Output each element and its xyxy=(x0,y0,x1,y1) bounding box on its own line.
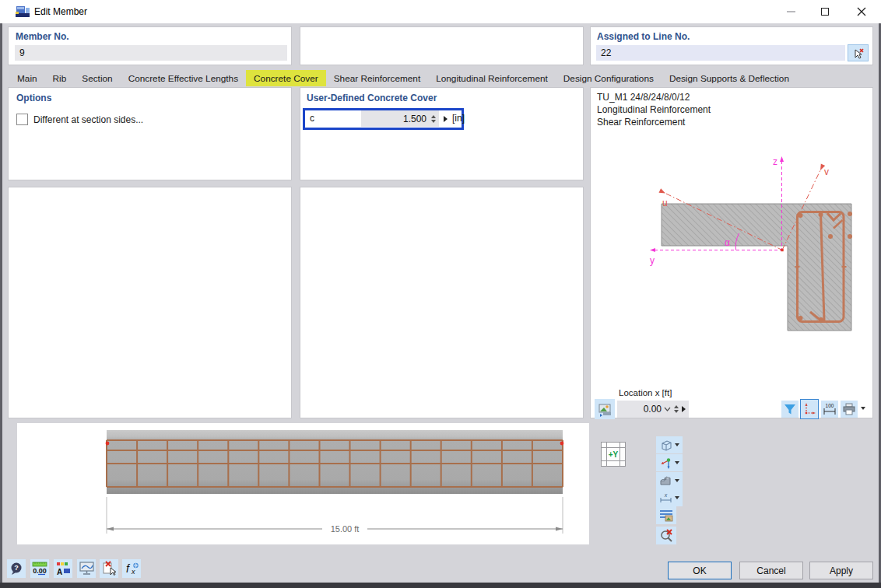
top-empty-panel xyxy=(300,26,584,65)
cube-icon xyxy=(659,439,672,452)
xyz-axes-icon xyxy=(659,457,672,470)
cover-symbol: c xyxy=(310,113,314,124)
display-mode-button[interactable] xyxy=(656,472,683,489)
location-x-field[interactable]: 0.00 xyxy=(617,401,689,418)
member-end-node xyxy=(560,442,564,446)
window-border-left xyxy=(0,23,2,583)
cover-spinner[interactable] xyxy=(431,115,439,123)
svg-text:x: x xyxy=(664,492,668,498)
units-settings-button[interactable]: 0.00 xyxy=(30,559,49,578)
beam-elevation-drawing: 15.00 ft xyxy=(17,423,589,544)
view-cube[interactable]: +Y xyxy=(601,442,626,467)
help-button[interactable]: ? xyxy=(7,559,26,578)
select-pointer-icon xyxy=(851,46,865,60)
window-title: Edit Member xyxy=(34,6,87,17)
cancel-zoom-button[interactable] xyxy=(656,527,676,544)
tab-main[interactable]: Main xyxy=(9,70,45,86)
tab-concrete-effective-lengths[interactable]: Concrete Effective Lengths xyxy=(121,70,246,86)
graphic-printout-button[interactable] xyxy=(595,399,615,419)
cancel-button[interactable]: Cancel xyxy=(739,562,803,579)
section-preview-panel: TU_M1 24/8/24/8/0/12 Longitudinal Reinfo… xyxy=(590,87,873,418)
display-settings-button[interactable]: A xyxy=(54,559,72,578)
location-x-spinner[interactable] xyxy=(674,405,682,413)
view-dropdown-caret xyxy=(675,479,679,482)
print-button[interactable] xyxy=(841,401,858,418)
printer-icon xyxy=(842,402,856,416)
spin-up-icon xyxy=(431,115,436,118)
svg-text:100: 100 xyxy=(826,403,834,408)
axis-y-label: y xyxy=(650,255,655,266)
dimension-100-icon: 100 xyxy=(823,402,837,416)
zoom-cancel-icon xyxy=(659,528,674,543)
tab-rib[interactable]: Rib xyxy=(45,70,75,86)
screen-settings-button[interactable] xyxy=(77,559,96,578)
cover-value: 1.500 xyxy=(361,114,431,124)
window-border-bottom xyxy=(0,583,881,588)
member-no-input[interactable]: 9 xyxy=(15,45,287,61)
alpha-angle-label: α xyxy=(725,237,730,248)
assigned-line-input[interactable]: 22 xyxy=(596,45,845,61)
location-detail-arrow xyxy=(682,406,686,412)
formula-button[interactable]: f x xyxy=(122,559,141,578)
middle-empty-panel xyxy=(300,187,584,418)
concrete-cover-panel: User-Defined Concrete Cover c 1.500 [in] xyxy=(300,87,584,180)
apply-button[interactable]: Apply xyxy=(809,562,873,579)
tab-concrete-cover[interactable]: Concrete Cover xyxy=(246,70,326,86)
tab-design-supports-deflection[interactable]: Design Supports & Deflection xyxy=(662,70,797,86)
tab-longitudinal-reinforcement[interactable]: Longitudinal Reinforcement xyxy=(428,70,556,86)
monitor-icon xyxy=(79,561,95,576)
different-sides-checkbox[interactable] xyxy=(16,114,28,125)
solid-model-icon xyxy=(659,474,672,488)
minimize-button[interactable] xyxy=(777,0,805,23)
svg-text:f: f xyxy=(126,562,131,575)
member-no-panel: Member No. 9 xyxy=(8,26,292,65)
help-icon: ? xyxy=(9,562,24,576)
axis-z-label: z xyxy=(773,156,777,167)
color-font-icon: A xyxy=(55,561,72,576)
cover-value-field[interactable]: 1.500 xyxy=(361,110,439,127)
show-dimensions-button[interactable]: x xyxy=(656,489,683,506)
image-icon xyxy=(597,401,612,417)
close-button[interactable] xyxy=(845,0,878,23)
view-cube-face-label: +Y xyxy=(609,450,619,459)
section-origin-marker xyxy=(781,249,783,251)
show-axes-toggle[interactable] xyxy=(800,399,819,419)
cross-section-drawing: z y u v α xyxy=(591,88,872,418)
view-dropdown-caret xyxy=(675,496,679,499)
tab-design-configurations[interactable]: Design Configurations xyxy=(556,70,662,86)
delete-selection-button[interactable] xyxy=(100,559,118,578)
spin-down-icon xyxy=(431,120,436,123)
edit-member-dialog: Edit Member Member No. 9 Assigned to Lin… xyxy=(0,0,881,588)
filter-button[interactable] xyxy=(781,401,799,418)
maximize-icon xyxy=(821,8,829,16)
tab-shear-reinforcement[interactable]: Shear Reinforcement xyxy=(326,70,428,86)
member-no-label: Member No. xyxy=(16,31,69,42)
svg-text:A: A xyxy=(57,568,62,576)
app-icon xyxy=(16,5,30,18)
axes-icon xyxy=(802,402,816,416)
combo-chevron-icon xyxy=(664,407,671,411)
cover-input-row: c 1.500 [in] xyxy=(303,108,464,130)
ok-button[interactable]: OK xyxy=(668,562,732,579)
delete-pick-icon xyxy=(101,561,118,576)
location-x-value: 0.00 xyxy=(617,404,664,415)
filter-icon xyxy=(784,404,796,415)
isometric-view-button[interactable] xyxy=(656,436,683,453)
options-panel: Options Different at section sides... xyxy=(8,87,292,180)
view-dropdown-caret xyxy=(675,443,679,446)
cover-detail-arrow[interactable] xyxy=(444,116,448,122)
svg-text:x: x xyxy=(131,568,135,576)
select-line-button[interactable] xyxy=(848,44,869,61)
cover-unit: [in] xyxy=(452,113,465,124)
display-properties-button[interactable] xyxy=(656,506,676,524)
dimensions-button[interactable]: 100 xyxy=(821,401,838,418)
spin-up-icon xyxy=(674,405,679,408)
units-decimal-icon: 0.00 xyxy=(31,561,48,576)
tab-section[interactable]: Section xyxy=(74,70,120,86)
tab-bar: Main Rib Section Concrete Effective Leng… xyxy=(9,70,797,86)
assigned-line-panel: Assigned to Line No. 22 xyxy=(590,26,873,65)
svg-text:?: ? xyxy=(14,564,19,572)
print-dropdown-caret[interactable] xyxy=(861,407,865,410)
axes-view-button[interactable] xyxy=(656,454,683,471)
maximize-button[interactable] xyxy=(811,0,839,23)
